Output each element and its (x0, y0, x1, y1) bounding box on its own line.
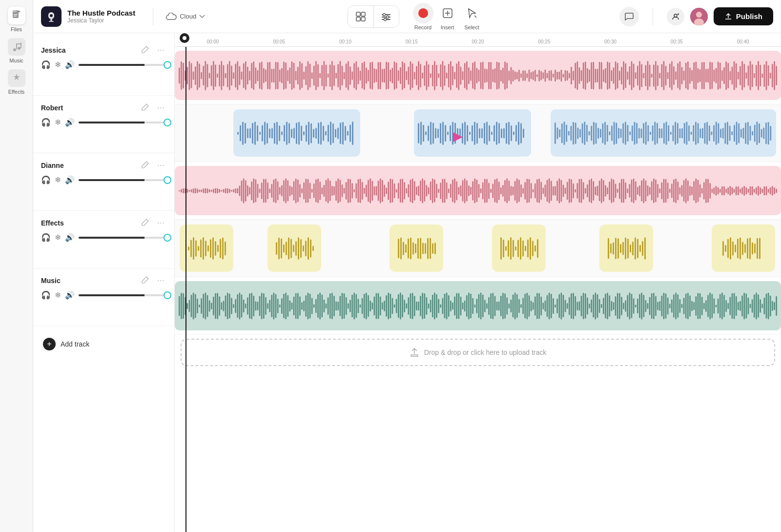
cloud-button[interactable]: Cloud (161, 10, 210, 23)
svg-rect-900 (642, 241, 643, 255)
dianne-freeze-icon[interactable]: ❄ (55, 175, 61, 184)
dianne-volume-slider[interactable] (79, 179, 166, 181)
robert-volume-slider[interactable] (79, 122, 166, 123)
jessica-volume-slider[interactable] (79, 64, 166, 66)
svg-rect-313 (740, 66, 741, 85)
jessica-headphones-icon[interactable]: 🎧 (41, 60, 51, 69)
effects-freeze-icon[interactable]: ❄ (55, 233, 61, 242)
svg-rect-506 (736, 122, 738, 145)
svg-rect-742 (621, 179, 622, 203)
svg-rect-1027 (398, 294, 399, 318)
jessica-volume-icon[interactable]: 🔊 (65, 60, 75, 69)
svg-rect-699 (534, 183, 536, 198)
effects-volume-slider[interactable] (79, 237, 166, 239)
effects-more-icon[interactable]: ··· (155, 217, 166, 229)
drop-zone[interactable]: Drop & drop or click here to upload trac… (181, 339, 775, 366)
publish-button[interactable]: Publish (714, 7, 773, 25)
svg-rect-302 (718, 61, 719, 90)
svg-rect-598 (331, 185, 333, 195)
svg-rect-824 (193, 237, 194, 260)
svg-rect-1157 (659, 301, 660, 311)
svg-rect-842 (286, 241, 287, 255)
grid-toolbar-button[interactable] (348, 6, 373, 27)
effects-segment-6[interactable] (712, 225, 775, 272)
svg-rect-112 (335, 73, 337, 79)
select-button[interactable]: Select (462, 3, 482, 30)
music-volume-icon[interactable]: 🔊 (65, 290, 75, 300)
jessica-edit-icon[interactable] (140, 44, 151, 56)
svg-rect-450 (609, 131, 611, 135)
svg-rect-1201 (748, 297, 749, 314)
effects-volume-icon[interactable]: 🔊 (65, 233, 75, 242)
effects-waveform-1 (187, 234, 226, 263)
music-freeze-icon[interactable]: ❄ (55, 290, 61, 300)
svg-rect-610 (355, 183, 357, 198)
dianne-waveform-container[interactable] (175, 166, 781, 215)
dianne-volume-icon[interactable]: 🔊 (65, 175, 75, 184)
svg-rect-858 (408, 238, 409, 258)
robert-segment-2[interactable] (414, 109, 531, 157)
music-waveform-container[interactable] (175, 281, 781, 330)
svg-rect-817 (772, 186, 773, 196)
sidebar-item-music[interactable]: Music (4, 36, 29, 65)
sidebar-item-effects[interactable]: Effects (4, 67, 29, 97)
jessica-more-icon[interactable]: ··· (155, 44, 166, 56)
jessica-freeze-icon[interactable]: ❄ (55, 60, 61, 69)
svg-rect-721 (579, 179, 580, 202)
robert-segment-1[interactable] (233, 109, 360, 157)
robert-edit-icon[interactable] (140, 102, 151, 114)
effects-segment-4[interactable] (492, 225, 546, 272)
chat-button[interactable] (619, 7, 639, 26)
svg-rect-862 (417, 238, 419, 258)
svg-rect-1140 (625, 300, 626, 311)
music-volume-slider[interactable] (79, 294, 166, 296)
record-button[interactable]: Record (413, 3, 433, 30)
svg-rect-66 (243, 63, 245, 88)
svg-rect-196 (504, 61, 506, 89)
effects-headphones-icon[interactable]: 🎧 (41, 233, 51, 242)
svg-rect-455 (620, 128, 622, 138)
svg-rect-52 (215, 64, 216, 87)
svg-rect-1001 (346, 297, 347, 314)
effects-track-row (175, 220, 781, 277)
svg-rect-1183 (711, 294, 713, 318)
add-track-button[interactable]: + Add track (33, 330, 174, 358)
effects-edit-icon[interactable] (140, 217, 151, 229)
svg-rect-727 (591, 178, 592, 203)
svg-rect-73 (257, 70, 259, 81)
svg-rect-616 (368, 180, 369, 202)
music-headphones-icon[interactable]: 🎧 (41, 290, 51, 300)
music-more-icon[interactable]: ··· (155, 274, 166, 286)
svg-rect-574 (283, 180, 285, 201)
svg-rect-965 (273, 292, 275, 319)
robert-freeze-icon[interactable]: ❄ (55, 118, 61, 127)
svg-rect-154 (420, 63, 421, 87)
svg-rect-1035 (414, 296, 415, 316)
svg-rect-830 (207, 245, 209, 251)
effects-segment-5[interactable] (599, 225, 653, 272)
robert-volume-icon[interactable]: 🔊 (65, 118, 75, 127)
dianne-edit-icon[interactable] (140, 160, 151, 171)
robert-more-icon[interactable]: ··· (155, 102, 166, 114)
robert-segment-3[interactable] (551, 109, 776, 157)
effects-segment-3[interactable] (390, 225, 443, 272)
dianne-more-icon[interactable]: ··· (155, 159, 166, 171)
sidebar-item-files[interactable]: Files (4, 5, 29, 34)
jessica-waveform-container[interactable]: // Bars generated inline via JS after re… (175, 51, 781, 100)
effects-segment-1[interactable] (180, 225, 233, 272)
sidebar-item-label: Files (11, 26, 22, 32)
svg-rect-1176 (698, 293, 699, 319)
robert-headphones-icon[interactable]: 🎧 (41, 118, 51, 127)
dianne-headphones-icon[interactable]: 🎧 (41, 175, 51, 184)
svg-rect-255 (623, 61, 624, 90)
effects-segment-2[interactable] (267, 225, 321, 272)
music-edit-icon[interactable] (140, 275, 151, 286)
tracks-scroll[interactable]: // Bars generated inline via JS after re… (175, 47, 781, 532)
svg-rect-1090 (524, 293, 526, 318)
svg-rect-1091 (527, 292, 528, 319)
svg-rect-298 (709, 61, 711, 89)
add-collaborator-button[interactable] (667, 8, 684, 25)
equalizer-toolbar-button[interactable] (373, 6, 399, 27)
svg-rect-1141 (627, 295, 628, 317)
insert-button[interactable]: Insert (437, 3, 458, 30)
